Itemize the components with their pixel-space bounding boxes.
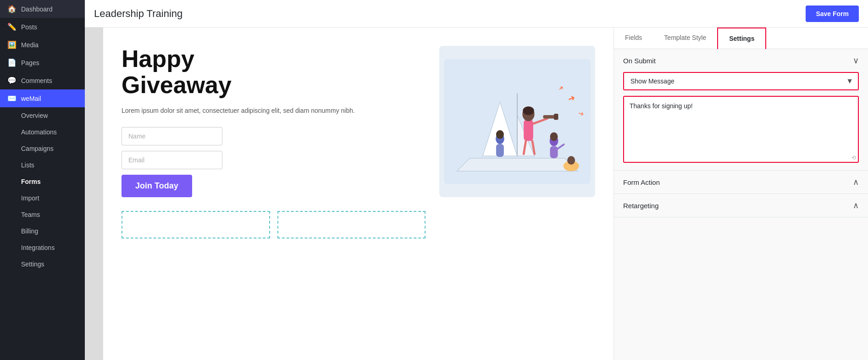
sidebar-item-label: Automations [21, 128, 57, 136]
sidebar-item-dashboard[interactable]: 🏠 Dashboard [0, 0, 85, 18]
sidebar-item-label: Campaigns [21, 145, 54, 152]
sidebar-item-automations[interactable]: Automations [0, 124, 85, 140]
svg-point-20 [567, 156, 575, 165]
dashed-box-left [122, 211, 270, 238]
topbar: Leadership Training Save Form [85, 0, 868, 28]
message-textarea[interactable] [624, 97, 858, 152]
email-field-preview: Email [122, 151, 222, 169]
sidebar-item-label: Dashboard [21, 6, 53, 13]
dashed-placeholder-row [122, 211, 426, 238]
on-submit-chevron: ∨ [853, 55, 859, 66]
form-action-header[interactable]: Form Action ∧ [614, 171, 868, 194]
panel-tabs: Fields Template Style Settings [614, 28, 868, 49]
sidebar-item-label: Comments [21, 77, 52, 84]
svg-rect-16 [550, 146, 558, 158]
form-preview: Happy Giveaway Lorem ipsum dolor sit ame… [103, 28, 614, 360]
sidebar-item-teams[interactable]: Teams [0, 206, 85, 223]
retargeting-chevron: ∧ [853, 200, 859, 210]
media-icon: 🖼️ [7, 40, 17, 49]
form-description: Lorem ipsum dolor sit amet, consectetuer… [122, 105, 426, 116]
retargeting-section: Retargeting ∧ [614, 194, 868, 217]
retargeting-header[interactable]: Retargeting ∧ [614, 194, 868, 217]
form-heading: Happy Giveaway [122, 46, 426, 98]
name-field-preview: Name [122, 127, 222, 145]
show-message-select-wrapper: Show Message Redirect URL No Action ▼ [623, 72, 859, 90]
posts-icon: ✏️ [7, 22, 17, 31]
sidebar-item-lists[interactable]: Lists [0, 157, 85, 173]
svg-point-17 [550, 133, 558, 141]
sidebar-item-wemail[interactable]: ✉️ weMail [0, 89, 85, 107]
sidebar-item-label: Import [21, 194, 39, 202]
sidebar-item-comments[interactable]: 💬 Comments [0, 72, 85, 89]
sidebar-item-label: Posts [21, 23, 37, 31]
sidebar-item-import[interactable]: Import [0, 190, 85, 206]
body-area: Happy Giveaway Lorem ipsum dolor sit ame… [85, 28, 868, 360]
sidebar: 🏠 Dashboard ✏️ Posts 🖼️ Media 📄 Pages 💬 … [0, 0, 85, 360]
on-submit-header[interactable]: On Submit ∨ [614, 49, 868, 72]
pages-icon: 📄 [7, 58, 17, 67]
save-form-button[interactable]: Save Form [806, 6, 859, 22]
page-title: Leadership Training [94, 8, 182, 20]
wemail-icon: ✉️ [7, 94, 17, 103]
sidebar-item-media[interactable]: 🖼️ Media [0, 36, 85, 54]
on-submit-select[interactable]: Show Message Redirect URL No Action [623, 72, 859, 90]
sidebar-item-label: Integrations [21, 244, 55, 251]
comments-icon: 💬 [7, 76, 17, 85]
sidebar-item-forms[interactable]: Forms [0, 173, 85, 190]
preview-area: Happy Giveaway Lorem ipsum dolor sit ame… [85, 28, 614, 360]
sidebar-item-label: weMail [21, 95, 41, 102]
svg-point-6 [523, 106, 534, 115]
right-panel: Fields Template Style Settings On Submit… [614, 28, 868, 360]
svg-rect-9 [554, 114, 558, 120]
form-left: Happy Giveaway Lorem ipsum dolor sit ame… [122, 46, 426, 238]
dashed-box-right [277, 211, 426, 238]
sidebar-item-label: Settings [21, 260, 44, 268]
sidebar-item-label: Teams [21, 211, 40, 218]
on-submit-label: On Submit [623, 57, 656, 65]
message-textarea-wrapper: ⟲ [623, 96, 859, 163]
on-submit-section: On Submit ∨ Show Message Redirect URL No… [614, 49, 868, 171]
sidebar-item-label: Billing [21, 227, 38, 235]
dashboard-icon: 🏠 [7, 5, 17, 13]
svg-rect-4 [524, 119, 533, 141]
sidebar-item-campaigns[interactable]: Campaigns [0, 140, 85, 157]
form-action-chevron: ∧ [853, 177, 859, 187]
sidebar-item-label: Forms [21, 178, 41, 185]
svg-marker-1 [457, 158, 578, 171]
main-content: Leadership Training Save Form Happy Give… [85, 0, 868, 360]
tab-settings[interactable]: Settings [717, 28, 766, 49]
svg-point-14 [496, 130, 504, 139]
sidebar-item-label: Pages [21, 59, 39, 66]
sidebar-item-overview[interactable]: Overview [0, 107, 85, 124]
sidebar-item-label: Overview [21, 112, 48, 119]
sidebar-item-label: Lists [21, 161, 34, 169]
tab-fields[interactable]: Fields [614, 28, 653, 49]
sidebar-item-billing[interactable]: Billing [0, 223, 85, 239]
form-action-section: Form Action ∧ [614, 171, 868, 194]
textarea-resize-handle: ⟲ [624, 154, 858, 162]
sidebar-item-posts[interactable]: ✏️ Posts [0, 18, 85, 36]
sidebar-item-integrations[interactable]: Integrations [0, 239, 85, 256]
sidebar-item-settings[interactable]: Settings [0, 256, 85, 272]
sidebar-item-label: Media [21, 41, 39, 49]
illustration-area: ➜ ➜ ➜ [439, 46, 595, 197]
retargeting-label: Retargeting [623, 202, 659, 210]
join-today-button[interactable]: Join Today [122, 175, 192, 197]
tab-template-style[interactable]: Template Style [653, 28, 717, 49]
form-action-label: Form Action [623, 178, 660, 186]
sidebar-item-pages[interactable]: 📄 Pages [0, 54, 85, 72]
illustration-svg: ➜ ➜ ➜ [444, 55, 591, 188]
svg-rect-13 [496, 144, 504, 157]
